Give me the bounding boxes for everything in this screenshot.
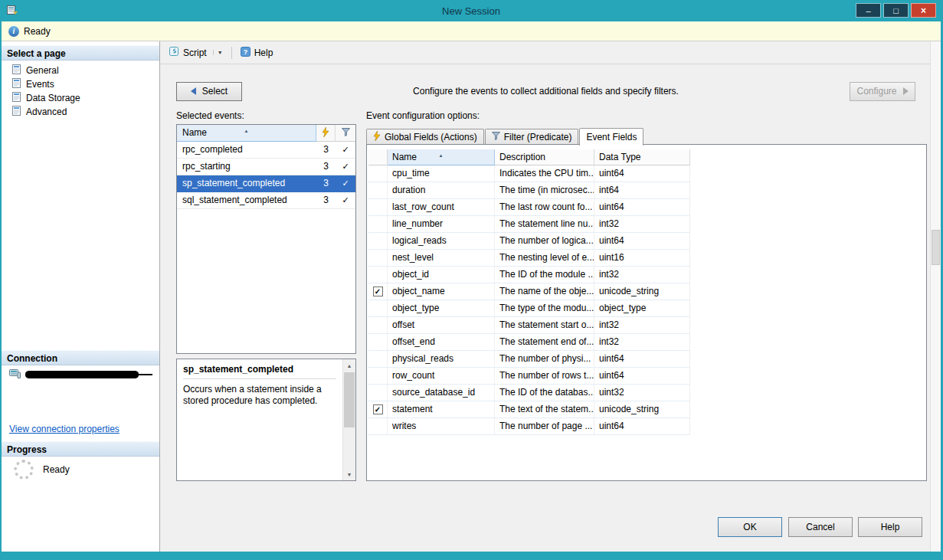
field-row[interactable]: ✓object_nameThe name of the obje...unico…	[368, 283, 690, 300]
event-fields-panel: ▲ Name Description Data Type cpu_timeInd…	[366, 144, 927, 481]
field-row[interactable]: nest_levelThe nesting level of e...uint1…	[368, 250, 690, 267]
field-row[interactable]: durationThe time (in microsec...int64	[368, 182, 690, 199]
field-row[interactable]: cpu_timeIndicates the CPU tim...uint64	[368, 165, 690, 182]
event-row[interactable]: sql_statement_completed3✓	[177, 192, 355, 209]
script-button[interactable]: Script ▼	[164, 44, 228, 61]
field-name: cpu_time	[388, 165, 495, 182]
tab-label: Global Fields (Actions)	[385, 132, 477, 142]
field-row[interactable]: row_countThe number of rows t...uint64	[368, 368, 690, 385]
field-data-type: int64	[594, 182, 690, 198]
connection-entry[interactable]	[9, 368, 139, 381]
field-name: logical_reads	[388, 233, 495, 249]
sidebar-item-general[interactable]: General	[2, 64, 159, 77]
app-icon	[6, 4, 18, 18]
ok-button[interactable]: OK	[718, 517, 782, 537]
minimize-button[interactable]: –	[856, 3, 881, 18]
titlebar[interactable]: New Session – □ ×	[2, 0, 941, 21]
event-description-title: sp_statement_completed	[183, 364, 336, 379]
fields-description-column-header[interactable]: Description	[495, 149, 594, 165]
close-icon: ×	[921, 5, 926, 16]
field-data-type: int32	[594, 334, 690, 350]
field-description: The nesting level of e...	[495, 250, 594, 266]
field-row[interactable]: line_numberThe statement line nu...int32	[368, 216, 690, 233]
event-name: rpc_completed	[177, 142, 316, 158]
events-actions-column-header[interactable]	[316, 125, 336, 142]
events-name-header-label: Name	[182, 127, 207, 138]
select-nav-button[interactable]: Select	[176, 82, 242, 101]
field-name: offset_end	[388, 334, 495, 350]
field-description: The number of logica...	[495, 233, 594, 249]
configure-nav-button[interactable]: Configure	[850, 82, 915, 101]
field-data-type: unicode_string	[594, 401, 690, 418]
field-name: writes	[388, 418, 495, 434]
main-scrollbar-thumb[interactable]	[932, 230, 940, 265]
sidebar-item-advanced[interactable]: Advanced	[2, 105, 159, 119]
field-name: row_count	[388, 368, 495, 384]
field-data-type: uint64	[594, 418, 690, 434]
window-controls: – □ ×	[856, 3, 936, 18]
help-footer-button[interactable]: Help	[858, 517, 922, 537]
field-row[interactable]: source_database_idThe ID of the databas.…	[368, 385, 690, 401]
field-row[interactable]: offsetThe statement start o...int32	[368, 317, 690, 334]
fields-checkbox-column-header[interactable]	[368, 149, 388, 165]
field-data-type: int32	[594, 317, 690, 333]
event-filter-check-icon: ✓	[336, 175, 355, 192]
script-label: Script	[183, 47, 207, 58]
event-description-box: sp_statement_completed Occurs when a sta…	[176, 359, 356, 481]
field-name: duration	[388, 182, 495, 198]
filter-icon	[492, 132, 500, 142]
events-filter-column-header[interactable]	[336, 125, 355, 142]
description-scrollbar[interactable]: ▲ ▼	[342, 359, 355, 480]
view-connection-properties-link[interactable]: View connection properties	[9, 424, 120, 434]
field-row[interactable]: logical_readsThe number of logica...uint…	[368, 233, 690, 250]
sidebar: Select a page GeneralEventsData StorageA…	[2, 41, 160, 552]
event-row[interactable]: rpc_completed3✓	[177, 142, 355, 159]
field-row[interactable]: object_idThe ID of the module ...int32	[368, 267, 690, 283]
field-data-type: uint32	[594, 385, 690, 401]
field-row[interactable]: physical_readsThe number of physi...uint…	[368, 351, 690, 368]
info-icon: i	[8, 26, 19, 37]
field-row[interactable]: last_row_countThe last row count fo...ui…	[368, 199, 690, 216]
scroll-up-icon[interactable]: ▲	[343, 359, 355, 372]
help-icon: ?	[241, 47, 250, 59]
event-row[interactable]: sp_statement_completed3✓	[177, 175, 355, 192]
field-row[interactable]: ✓statementThe text of the statem...unico…	[368, 401, 690, 418]
configure-hint-text: Configure the events to collect addition…	[242, 86, 850, 97]
toolbar-help-button[interactable]: ? Help	[236, 44, 278, 61]
event-row[interactable]: rpc_starting3✓	[177, 159, 355, 175]
field-checkbox[interactable]: ✓	[373, 287, 383, 296]
field-checkbox[interactable]: ✓	[373, 404, 383, 414]
field-description: The ID of the module ...	[495, 267, 594, 283]
fields-datatype-column-header[interactable]: Data Type	[594, 149, 690, 165]
field-row[interactable]: offset_endThe statement end of...int32	[368, 334, 690, 351]
connection-name-redacted	[25, 371, 139, 378]
page-list: GeneralEventsData StorageAdvanced	[2, 64, 159, 119]
tab-label: Event Fields	[586, 132, 637, 142]
field-name: object_type	[388, 300, 495, 316]
close-button[interactable]: ×	[911, 3, 936, 18]
field-name: statement	[388, 401, 495, 418]
sidebar-item-data-storage[interactable]: Data Storage	[2, 91, 159, 105]
field-name: object_name	[388, 283, 495, 300]
page-label: General	[26, 65, 59, 76]
field-checkbox-cell	[368, 165, 388, 182]
fields-name-column-header[interactable]: ▲ Name	[388, 149, 495, 165]
event-fields-grid: ▲ Name Description Data Type cpu_timeInd…	[368, 149, 690, 435]
cancel-button[interactable]: Cancel	[788, 517, 853, 537]
svg-text:?: ?	[243, 48, 247, 56]
description-scrollbar-thumb[interactable]	[344, 372, 355, 427]
maximize-button[interactable]: □	[883, 3, 909, 18]
tab-filter-predicate[interactable]: Filter (Predicate)	[485, 129, 579, 144]
field-checkbox-cell	[368, 182, 388, 198]
tab-event-fields[interactable]: Event Fields	[579, 128, 643, 146]
main-panel: Script ▼ ? Help Select Configure the eve…	[160, 41, 941, 552]
sidebar-item-events[interactable]: Events	[2, 77, 159, 91]
scroll-down-icon[interactable]: ▼	[343, 468, 355, 480]
page-icon	[11, 78, 21, 90]
field-row[interactable]: writesThe number of page ...uint64	[368, 418, 690, 435]
event-name: sp_statement_completed	[177, 175, 316, 192]
events-name-column-header[interactable]: ▲ Name	[177, 125, 316, 142]
field-row[interactable]: object_typeThe type of the modu...object…	[368, 300, 690, 317]
tab-global-fields-actions[interactable]: Global Fields (Actions)	[366, 129, 484, 144]
main-scrollbar[interactable]	[930, 41, 941, 552]
